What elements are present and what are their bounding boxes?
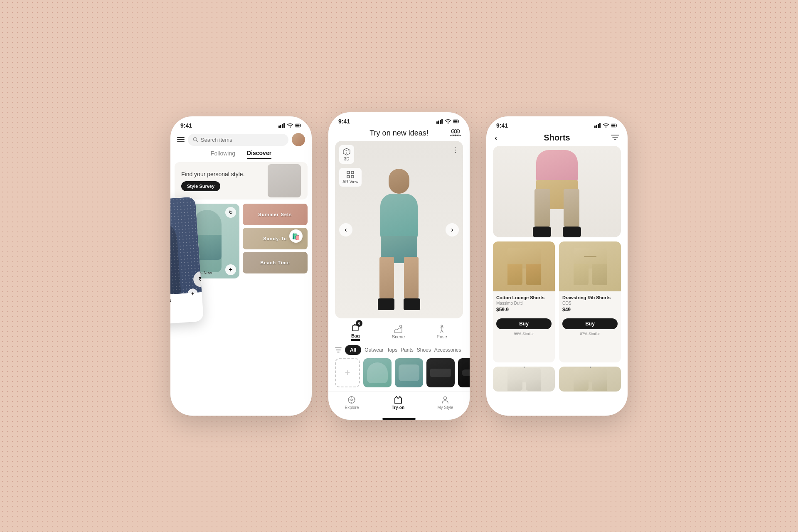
p2-next-arrow[interactable]: › <box>446 223 459 236</box>
tab-discover[interactable]: Discover <box>247 150 271 159</box>
p1-beach-card[interactable]: Beach Time <box>243 252 308 273</box>
time-2: 9:41 <box>338 118 350 125</box>
p3-product-grid: Cotton Lounge Shorts Massimo Dutti $59.9… <box>486 237 628 416</box>
status-bar-3: 9:41 <box>486 116 628 131</box>
svg-rect-19 <box>351 175 354 178</box>
p3-product-3[interactable] <box>493 367 555 392</box>
p3-buy-btn-2[interactable]: Buy <box>562 318 618 329</box>
p1-style-banner-image <box>268 164 301 197</box>
p1-avatar[interactable] <box>292 133 305 146</box>
p3-product-4[interactable] <box>559 367 621 392</box>
p2-tab-scene[interactable]: Scene <box>392 324 405 339</box>
phone-2: 9:41 <box>328 112 470 420</box>
svg-rect-7 <box>436 121 438 124</box>
p3-similarity-2: 87% Similar <box>559 332 621 336</box>
p2-item-shoes[interactable] <box>426 358 455 387</box>
p1-search-bar[interactable] <box>188 134 288 146</box>
svg-rect-1 <box>280 125 281 128</box>
tab-scene-label: Scene <box>392 334 405 339</box>
p3-product-1-price: $59.9 <box>496 307 552 313</box>
wifi-icon-3 <box>603 123 609 128</box>
p3-model <box>528 150 586 237</box>
p3-shorts-1-visual <box>507 248 541 285</box>
wifi-icon-2 <box>445 119 451 124</box>
search-input-1[interactable] <box>201 137 283 143</box>
nav-try-on[interactable]: Try-on <box>392 395 405 410</box>
p1-refresh-btn-1[interactable]: ↻ <box>225 207 236 218</box>
scene-icon <box>394 324 403 333</box>
p1-sandy-card[interactable]: Sandy-To 🛍️ <box>243 228 308 249</box>
p3-title: Shorts <box>544 133 570 143</box>
p2-item-glasses[interactable] <box>458 358 470 387</box>
p2-group-icon[interactable] <box>450 128 461 139</box>
search-icon-1 <box>193 137 198 143</box>
floating-card-info: Organza Sleeve Dress <box>170 292 202 310</box>
p1-tabs: Following Discover <box>170 150 312 162</box>
svg-rect-2 <box>282 124 283 128</box>
p3-back-btn[interactable]: ‹ <box>495 133 498 143</box>
phone-1: 9:41 <box>170 116 312 416</box>
svg-rect-9 <box>440 120 441 124</box>
my-style-icon <box>441 395 450 404</box>
p2-prev-arrow[interactable]: ‹ <box>339 223 352 236</box>
phone-2-screen: 9:41 <box>328 112 470 420</box>
p1-beach-text: Beach Time <box>260 260 290 265</box>
filter-pants[interactable]: Pants <box>401 347 414 353</box>
p3-main-image <box>493 146 621 237</box>
svg-rect-28 <box>599 123 601 128</box>
filter-icon[interactable] <box>335 347 342 353</box>
p2-tab-bag[interactable]: 6 Bag <box>351 323 360 341</box>
battery-icon-1 <box>295 123 302 128</box>
nav-try-on-label: Try-on <box>392 405 405 410</box>
nav-my-style[interactable]: My Style <box>437 395 453 410</box>
battery-icon-2 <box>453 119 460 124</box>
p2-add-item-btn[interactable]: + <box>335 358 360 387</box>
filter-tops[interactable]: Tops <box>387 347 397 353</box>
p2-ar-button[interactable]: AR View <box>339 168 362 187</box>
p3-product-1-image <box>493 241 555 291</box>
svg-rect-0 <box>278 126 280 128</box>
svg-rect-16 <box>347 171 350 174</box>
nav-explore[interactable]: Explore <box>345 395 359 410</box>
p1-style-survey-btn[interactable]: Style Survey <box>181 181 220 191</box>
p3-product-2-price: $49 <box>562 307 618 313</box>
p2-tab-pose[interactable]: Pose <box>437 324 447 339</box>
filter-shoes[interactable]: Shoes <box>417 347 431 353</box>
filter-outwear[interactable]: Outwear <box>365 347 383 353</box>
svg-point-23 <box>351 399 352 401</box>
p2-filter-row: All Outwear Tops Pants Shoes Accessories <box>328 345 470 358</box>
status-icons-2 <box>436 119 460 124</box>
svg-rect-27 <box>598 124 599 128</box>
p2-tabs-row: 6 Bag Scene Pose <box>328 318 470 345</box>
p1-summer-sets-card[interactable]: Summer Sets <box>243 204 308 225</box>
p3-filter-btn[interactable] <box>611 133 619 142</box>
p3-header: ‹ Shorts <box>486 131 628 146</box>
svg-point-24 <box>444 397 447 400</box>
p2-item-shorts[interactable] <box>395 358 423 387</box>
explore-icon <box>347 395 356 404</box>
status-icons-1 <box>278 123 302 128</box>
ar-icon <box>346 170 355 179</box>
svg-rect-17 <box>351 171 354 174</box>
signal-icon-1 <box>278 123 285 128</box>
p2-more-menu[interactable]: ⋮ <box>451 145 459 154</box>
svg-rect-30 <box>611 124 615 126</box>
p1-add-btn-1[interactable]: + <box>225 264 236 275</box>
p1-bag-badge: 🛍️ <box>289 229 303 243</box>
p3-product-1[interactable]: Cotton Lounge Shorts Massimo Dutti $59.9… <box>493 241 555 362</box>
p1-menu-icon[interactable] <box>177 137 185 142</box>
tab-bag-label: Bag <box>351 333 360 340</box>
p2-3d-button[interactable]: 3D <box>339 145 354 164</box>
tab-following[interactable]: Following <box>211 150 235 158</box>
svg-rect-8 <box>438 121 439 124</box>
ar-label: AR View <box>342 180 358 184</box>
p2-title: Try on new ideas! <box>369 129 428 138</box>
p3-buy-btn-1[interactable]: Buy <box>496 318 552 329</box>
p3-product-2[interactable]: Drawstring Rib Shorts COS $49 Buy 87% Si… <box>559 241 621 362</box>
p2-item-top[interactable] <box>363 358 392 387</box>
svg-rect-18 <box>347 175 350 178</box>
svg-point-20 <box>400 325 402 328</box>
p2-bottom-nav: Explore Try-on My Style <box>328 392 470 418</box>
filter-accessories[interactable]: Accessories <box>434 347 461 353</box>
filter-all[interactable]: All <box>345 345 361 355</box>
